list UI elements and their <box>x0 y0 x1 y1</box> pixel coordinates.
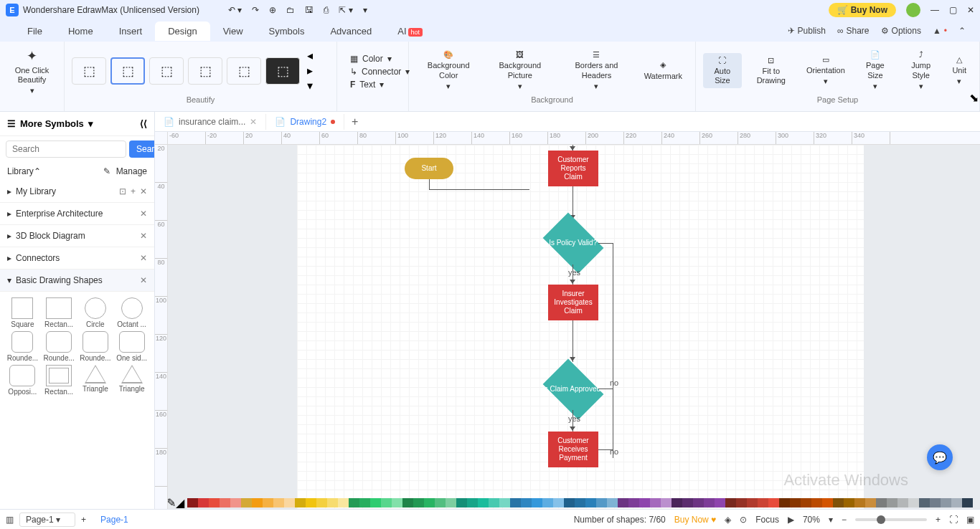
flowchart-process-2[interactable]: Insurer Investigates Claim <box>548 285 598 320</box>
buy-now-button[interactable]: 🛒 Buy Now <box>829 3 896 17</box>
fullscreen-icon[interactable]: ▣ <box>966 515 974 525</box>
section-3d-block[interactable]: ▸ 3D Block Diagram ✕ <box>0 225 154 247</box>
close-tab-icon[interactable]: ✕ <box>250 117 257 127</box>
color-swatch[interactable] <box>951 498 962 507</box>
color-swatch[interactable] <box>693 498 704 507</box>
color-swatch[interactable] <box>725 498 736 507</box>
focus-label[interactable]: Focus <box>755 515 779 525</box>
color-swatch[interactable] <box>887 498 897 507</box>
more-icon[interactable]: ▾ <box>363 5 367 15</box>
shape-rectangle[interactable]: Rectan... <box>42 297 76 328</box>
color-swatch[interactable] <box>209 498 220 507</box>
menu-design[interactable]: Design <box>155 22 209 41</box>
color-swatch[interactable] <box>908 498 919 507</box>
theme-5[interactable]: ⬚ <box>227 57 261 85</box>
color-swatch[interactable] <box>252 498 263 507</box>
add-tab-button[interactable]: + <box>344 115 365 128</box>
color-swatch[interactable] <box>650 498 661 507</box>
color-swatch[interactable] <box>962 498 973 507</box>
theme-prev-icon[interactable]: ◂ <box>307 49 313 62</box>
one-click-beautify-button[interactable]: ✦ One Click Beautify ▾ <box>9 46 55 98</box>
color-swatch[interactable] <box>456 498 467 507</box>
color-swatch[interactable] <box>413 498 424 507</box>
theme-6[interactable]: ⬚ <box>265 57 300 85</box>
color-swatch[interactable] <box>897 498 908 507</box>
add-lib-icon[interactable]: ⊡ <box>119 186 126 196</box>
theme-3[interactable]: ⬚ <box>149 57 184 85</box>
collapse-ribbon-icon[interactable]: ⌃ <box>958 26 966 36</box>
color-dropdown[interactable]: ▦ Color ▾ <box>350 54 395 64</box>
bg-picture-button[interactable]: 🖼Background Picture ▾ <box>485 47 555 94</box>
add-page-icon[interactable]: + <box>81 515 86 525</box>
color-swatch[interactable] <box>489 498 499 507</box>
color-swatch[interactable] <box>316 498 327 507</box>
auto-size-button[interactable]: ⛶Auto Size <box>703 53 742 89</box>
color-swatch[interactable] <box>575 498 585 507</box>
options-button[interactable]: ⚙ Options <box>881 26 921 36</box>
menu-view[interactable]: View <box>210 22 256 41</box>
color-swatch[interactable] <box>284 498 295 507</box>
pages-icon[interactable]: ▥ <box>6 515 14 525</box>
color-swatch[interactable] <box>392 498 402 507</box>
shape-circle[interactable]: Circle <box>79 297 113 328</box>
color-swatch[interactable] <box>758 498 768 507</box>
document-tab-2[interactable]: 📄 Drawing2 <box>266 114 344 130</box>
color-swatch[interactable] <box>865 498 876 507</box>
unit-button[interactable]: △Unit ▾ <box>946 52 972 90</box>
color-swatch[interactable] <box>402 498 413 507</box>
color-swatch[interactable] <box>198 498 209 507</box>
fit-drawing-button[interactable]: ⊡Fit to Drawing <box>746 53 796 89</box>
color-swatch[interactable] <box>230 498 241 507</box>
share-button[interactable]: ∞ Share <box>837 26 870 36</box>
flowchart-process-1[interactable]: Customer Reports Claim <box>548 151 598 186</box>
color-swatch[interactable] <box>833 498 844 507</box>
zoom-label[interactable]: 70% <box>803 515 820 525</box>
menu-ai[interactable]: AIhot <box>385 22 435 41</box>
color-swatch[interactable] <box>779 498 790 507</box>
more-symbols-label[interactable]: More Symbols <box>20 118 84 129</box>
color-swatch[interactable] <box>510 498 521 507</box>
color-swatch[interactable] <box>338 498 349 507</box>
color-swatch[interactable] <box>435 498 446 507</box>
color-swatch[interactable] <box>499 498 510 507</box>
color-swatch[interactable] <box>628 498 639 507</box>
color-swatch[interactable] <box>661 498 672 507</box>
text-dropdown[interactable]: F Text ▾ <box>350 80 395 90</box>
color-swatch[interactable] <box>747 498 758 507</box>
menu-insert[interactable]: Insert <box>106 22 156 41</box>
page-dropdown[interactable]: Page-1 ▾ <box>19 513 75 527</box>
open-icon[interactable]: 🗀 <box>286 5 295 15</box>
user-avatar[interactable] <box>906 3 920 17</box>
remove-icon[interactable]: ✕ <box>140 231 147 241</box>
color-swatch[interactable] <box>478 498 489 507</box>
undo-icon[interactable]: ↶ ▾ <box>228 5 242 15</box>
color-swatch[interactable] <box>187 498 198 507</box>
theme-more-icon[interactable]: ▾ <box>307 79 313 92</box>
zoom-slider[interactable] <box>855 518 927 521</box>
color-swatch[interactable] <box>844 498 854 507</box>
document-tab-1[interactable]: 📄 insurance claim... ✕ <box>155 114 266 130</box>
shape-rect-outline[interactable]: Rectan... <box>42 365 76 396</box>
notification-icon[interactable]: ▲• <box>933 26 947 36</box>
shape-square[interactable]: Square <box>6 297 39 328</box>
color-swatch[interactable] <box>618 498 628 507</box>
menu-home[interactable]: Home <box>55 22 106 41</box>
remove-icon[interactable]: ✕ <box>140 186 147 196</box>
theme-2[interactable]: ⬚ <box>110 57 145 85</box>
search-button[interactable]: Search <box>129 140 155 158</box>
color-swatch[interactable] <box>349 498 359 507</box>
color-swatch[interactable] <box>585 498 596 507</box>
color-swatch[interactable] <box>822 498 833 507</box>
flowchart-decision-1[interactable]: Is Policy Valid? <box>543 213 604 274</box>
shape-triangle1[interactable]: Triangle <box>79 365 113 396</box>
buy-now-inline[interactable]: Buy Now ♥ <box>674 515 717 525</box>
color-swatch[interactable] <box>801 498 811 507</box>
eyedropper-icon[interactable]: ✎◢ <box>166 496 184 509</box>
color-swatch[interactable] <box>811 498 822 507</box>
target-icon[interactable]: ⊙ <box>740 515 747 525</box>
shape-rounded2[interactable]: Rounde... <box>42 331 76 362</box>
play-icon[interactable]: ▶ <box>788 515 794 525</box>
color-swatch[interactable] <box>532 498 542 507</box>
bg-color-button[interactable]: 🎨Background Color ▾ <box>416 47 481 94</box>
color-swatch[interactable] <box>370 498 381 507</box>
